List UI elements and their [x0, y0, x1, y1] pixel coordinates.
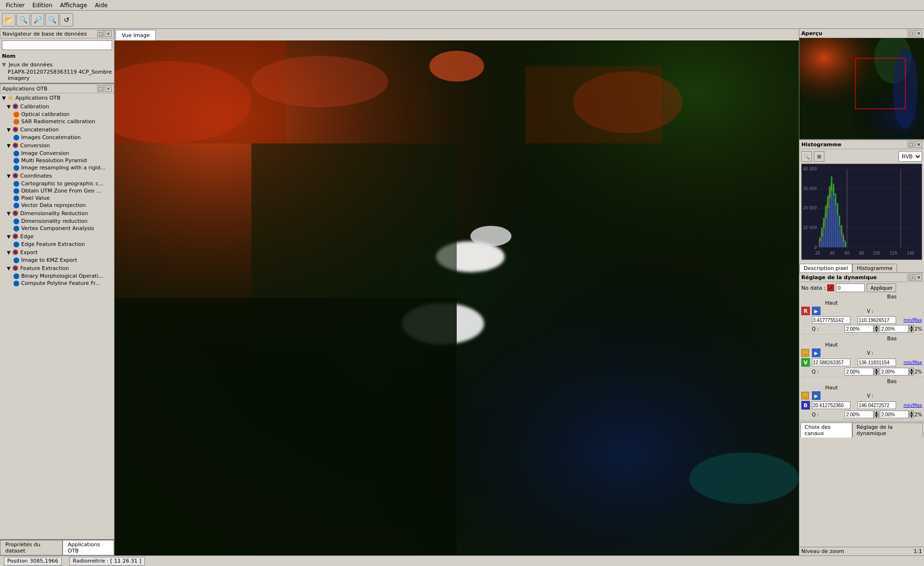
channel-r-haut-input[interactable]: [858, 316, 896, 324]
otb-multi-res-pyramid[interactable]: Multi Resolution Pyramid: [0, 157, 114, 164]
navigator-icon-2[interactable]: ×: [105, 30, 112, 37]
channel-v-q-bas-up[interactable]: ▲: [874, 368, 879, 372]
hist-icon-1[interactable]: □: [908, 141, 914, 148]
channel-v-lock[interactable]: 🔒: [801, 349, 809, 357]
refresh-button[interactable]: ↺: [60, 13, 73, 26]
tree-datasets-root[interactable]: ▼ Jeux de données: [2, 61, 112, 68]
tab-applications-otb[interactable]: Applications OTB: [63, 540, 114, 555]
otb-images-concatenation[interactable]: Images Concatenation: [0, 134, 114, 141]
apply-button[interactable]: Appliquer: [867, 283, 896, 292]
navigator-icon-1[interactable]: □: [97, 30, 104, 37]
channel-r-q-bas-spinner[interactable]: ▲ ▼: [874, 325, 879, 333]
channel-b-q-bas-down[interactable]: ▼: [874, 414, 879, 418]
otb-sar-calibration[interactable]: SAR Radiometric calibration: [0, 118, 114, 125]
channel-v-q-bas-down[interactable]: ▼: [874, 372, 879, 375]
channel-v-q-haut[interactable]: [880, 368, 909, 375]
apercu-icon-2[interactable]: ×: [915, 30, 922, 37]
channel-b-q-haut-up[interactable]: ▲: [909, 411, 914, 414]
otb-compute-polyline[interactable]: Compute Polyline Feature Fr...: [0, 280, 114, 287]
otb-image-conversion[interactable]: Image Conversion: [0, 150, 114, 157]
channel-b-q-haut-spinner[interactable]: ▲ ▼: [909, 411, 914, 418]
otb-binary-morph[interactable]: Binary Morphological Operati...: [0, 272, 114, 280]
channel-b-q-haut-down[interactable]: ▼: [909, 414, 914, 418]
channel-r-minmax[interactable]: min/Max: [903, 318, 922, 322]
channel-b-lock[interactable]: 🔒: [801, 392, 809, 399]
channel-r-bas-input[interactable]: [812, 316, 850, 324]
menu-edition[interactable]: Edition: [28, 1, 56, 10]
dynamic-icon-2[interactable]: ×: [915, 274, 922, 281]
search-button[interactable]: 🔍: [16, 13, 30, 26]
channel-b-arrow[interactable]: ▶: [812, 391, 821, 400]
dynamic-icon-1[interactable]: □: [908, 274, 914, 281]
hist-btn-1[interactable]: 🔍: [801, 151, 812, 162]
menu-affichage[interactable]: Affichage: [56, 1, 91, 10]
otb-edge-group[interactable]: ▼ Edge: [0, 232, 114, 241]
otb-pixel-value[interactable]: Pixel Value: [0, 194, 114, 202]
open-button[interactable]: 📂: [2, 13, 15, 26]
otb-tree-scroll[interactable]: ▼ ⊞ Applications OTB ▼ Calibration: [0, 93, 114, 539]
channel-r-q-haut-down[interactable]: ▼: [909, 329, 914, 333]
histogram-mode-select[interactable]: RVB: [898, 151, 922, 162]
channel-v-q-haut-down[interactable]: ▼: [909, 372, 914, 375]
channel-v-q-bas-spinner[interactable]: ▲ ▼: [874, 368, 879, 375]
channel-r-arrow[interactable]: ▶: [812, 307, 821, 315]
apercu-image[interactable]: [799, 38, 924, 139]
no-data-checkbox[interactable]: ✓: [827, 284, 834, 291]
image-container[interactable]: [115, 40, 799, 555]
channel-r-q-bas-up[interactable]: ▲: [874, 325, 879, 329]
menu-fichier[interactable]: Fichier: [2, 1, 28, 10]
otb-icon-1[interactable]: □: [97, 85, 104, 92]
sub-tab-description[interactable]: Description pixel: [799, 264, 852, 272]
otb-root-node[interactable]: ▼ ⊞ Applications OTB: [0, 93, 114, 102]
otb-image-resampling[interactable]: Image resampling with a rigid...: [0, 164, 114, 171]
channel-select-tab[interactable]: Choix des canaux: [800, 423, 852, 437]
sub-tab-histogramme[interactable]: Histogramme: [852, 264, 897, 272]
channel-r-q-bas-down[interactable]: ▼: [874, 329, 879, 333]
otb-obtain-utm[interactable]: Obtain UTM Zone From Geo ...: [0, 187, 114, 194]
channel-v-minmax[interactable]: min/Max: [903, 360, 922, 365]
otb-optical-calibration[interactable]: Optical calibration: [0, 111, 114, 118]
channel-v-arrow[interactable]: ▶: [812, 348, 821, 357]
channel-b-q-bas-up[interactable]: ▲: [874, 411, 879, 414]
channel-r-q-haut-up[interactable]: ▲: [909, 325, 914, 329]
channel-v-q-bas[interactable]: [845, 368, 873, 375]
zoom-out-button[interactable]: 🔍: [45, 13, 59, 26]
otb-concatenation-group[interactable]: ▼ Concatenation: [0, 125, 114, 134]
otb-vertex-component[interactable]: Vertex Component Analysis: [0, 225, 114, 232]
otb-dim-reduction-group[interactable]: ▼ Dimensionality Reduction: [0, 209, 114, 218]
otb-dim-reduction-item[interactable]: Dimensionality reduction: [0, 218, 114, 225]
hist-icon-2[interactable]: ×: [915, 141, 922, 148]
channel-v-q-haut-up[interactable]: ▲: [909, 368, 914, 372]
channel-b-q-haut[interactable]: [880, 411, 909, 418]
channel-r-q-haut-spinner[interactable]: ▲ ▼: [909, 325, 914, 333]
channel-v-bas-input[interactable]: [812, 359, 850, 366]
otb-cartographic[interactable]: Cartographic to geographic c...: [0, 180, 114, 187]
channel-b-q-bas[interactable]: [845, 411, 873, 418]
channel-v-q-haut-spinner[interactable]: ▲ ▼: [909, 368, 914, 375]
channel-r-q-haut[interactable]: [880, 325, 909, 333]
zoom-in-button[interactable]: 🔎: [31, 13, 44, 26]
otb-vector-reprojection[interactable]: Vector Data reprojection: [0, 202, 114, 209]
channel-b-bas-input[interactable]: [812, 401, 850, 409]
otb-conversion-group[interactable]: ▼ Conversion: [0, 141, 114, 150]
channel-b-q-bas-spinner[interactable]: ▲ ▼: [874, 411, 879, 418]
dynamic-tab[interactable]: Réglage de la dynamique: [852, 423, 923, 437]
channel-b-haut-input[interactable]: [858, 401, 896, 409]
otb-edge-feature[interactable]: Edge Feature Extraction: [0, 241, 114, 248]
tab-vue-image[interactable]: Vue image: [116, 30, 156, 40]
channel-b-minmax[interactable]: min/Max: [903, 403, 922, 408]
otb-coordinates-group[interactable]: ▼ Coordinates: [0, 171, 114, 180]
otb-image-kmz[interactable]: Image to KMZ Export: [0, 257, 114, 264]
channel-v-haut-input[interactable]: [858, 359, 896, 366]
otb-icon-2[interactable]: ×: [105, 85, 112, 92]
otb-calibration-group[interactable]: ▼ Calibration: [0, 102, 114, 111]
menu-aide[interactable]: Aide: [91, 1, 112, 10]
tree-dataset-item[interactable]: P1APX-201207258363119 4CP_Sombre imagery: [2, 68, 112, 82]
channel-r-q-bas[interactable]: [845, 325, 873, 333]
hist-btn-2[interactable]: ⊞: [814, 151, 824, 162]
navigator-search-input[interactable]: [2, 40, 112, 50]
no-data-value[interactable]: [836, 283, 865, 292]
tab-proprietes[interactable]: Propriétés du dataset: [0, 540, 63, 555]
otb-export-group[interactable]: ▼ Export: [0, 248, 114, 257]
apercu-icon-1[interactable]: □: [908, 30, 914, 37]
